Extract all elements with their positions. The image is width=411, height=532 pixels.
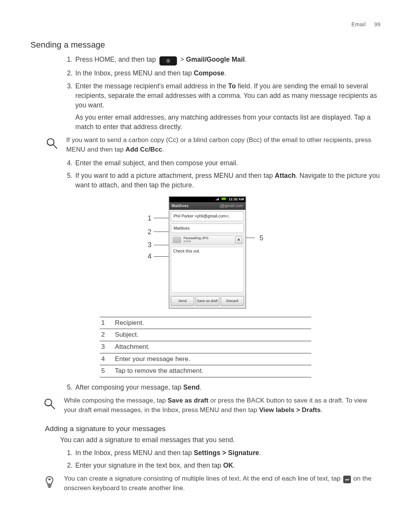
legend-num: 1 xyxy=(100,317,113,329)
step2-end: . xyxy=(225,69,226,77)
note-cc-text: If you want to send a carbon copy (Cc) o… xyxy=(66,136,381,154)
section-title: Sending a message xyxy=(30,39,381,51)
magnifier-icon xyxy=(42,396,57,415)
step3-to: To xyxy=(228,82,236,90)
tip-signature: You can create a signature consisting of… xyxy=(42,474,381,493)
compose-buttons: Send Save as draft Discard xyxy=(169,294,245,308)
save-draft-button[interactable]: Save as draft xyxy=(196,296,219,306)
step5b-pre: After composing your message, tap xyxy=(75,383,183,391)
sig1-end: . xyxy=(259,449,261,457)
subsection-signature-intro: You can add a signature to email message… xyxy=(60,435,381,445)
step2-bold: Compose xyxy=(194,69,224,77)
attachment-size: 81KB xyxy=(183,240,233,243)
callout-1: 1 xyxy=(148,213,151,223)
message-body-field[interactable]: Check this out. xyxy=(171,247,244,292)
step3-p1a: Enter the message recipient's email addr… xyxy=(75,82,228,90)
compose-title-bar: Maldives j@gmail.com xyxy=(169,202,245,210)
legend-text: Subject. xyxy=(113,329,311,341)
callout-3: 3 xyxy=(148,240,151,250)
title-right: j@gmail.com xyxy=(220,203,243,209)
callout-2: 2 xyxy=(148,227,151,237)
callout-4: 4 xyxy=(148,251,151,261)
attachment-thumb-icon xyxy=(173,237,181,243)
status-bar: 11:32 AM xyxy=(169,197,245,202)
sig2-pre: Enter your signature in the text box, an… xyxy=(75,462,223,469)
legend-num: 4 xyxy=(100,353,113,365)
nd-end: . xyxy=(321,406,323,414)
note-draft-text: While composing the message, tap Save as… xyxy=(64,396,381,415)
subject-field[interactable]: Maldives xyxy=(171,224,244,233)
legend-num: 5 xyxy=(100,365,113,377)
header-section: Email xyxy=(352,21,366,27)
legend-row: 2Subject. xyxy=(100,329,311,341)
legend-text: Tap to remove the attachment. xyxy=(113,365,311,377)
sig2-end: . xyxy=(233,462,235,469)
to-field[interactable]: Phil Parker <phil@gmail.com>, xyxy=(171,211,244,221)
lightbulb-icon xyxy=(42,474,57,493)
step1-app-label: Gmail/Google Mail xyxy=(186,56,245,63)
header-page-number: 99 xyxy=(374,21,381,27)
steps-list-2: Enter the email subject, and then compos… xyxy=(30,158,381,190)
compose-body: Phil Parker <phil@gmail.com>, Maldives P… xyxy=(169,210,245,294)
step-4: Enter the email subject, and then compos… xyxy=(75,158,381,168)
legend-num: 2 xyxy=(100,329,113,341)
svg-rect-4 xyxy=(226,198,226,199)
subsection-signature-title: Adding a signature to your messages xyxy=(45,423,381,434)
note-save-draft: While composing the message, tap Save as… xyxy=(42,396,381,415)
figure-compose-screenshot: 1 2 3 4 11:32 AM Maldives j@gmail.com xyxy=(30,197,381,308)
status-time: 11:32 AM xyxy=(229,197,244,202)
battery-icon xyxy=(221,197,227,202)
legend-row: 5Tap to remove the attachment. xyxy=(100,365,311,377)
callouts-right: 5 xyxy=(246,197,263,308)
title-left: Maldives xyxy=(172,203,189,209)
discard-button[interactable]: Discard xyxy=(221,296,244,306)
step-5a: If you want to add a picture attachment,… xyxy=(75,171,381,190)
step-5b: After composing your message, tap Send. xyxy=(75,383,381,392)
phone-mock: 11:32 AM Maldives j@gmail.com Phil Parke… xyxy=(169,197,246,308)
step1-pre: Press HOME, and then tap xyxy=(75,56,158,63)
note-cc-pre: If you want to send a carbon copy (Cc) o… xyxy=(66,136,371,153)
tip-pre: You can create a signature consisting of… xyxy=(64,475,342,482)
steps-list-3: After composing your message, tap Send. xyxy=(30,383,381,392)
legend-text: Enter your message here. xyxy=(113,353,311,365)
steps-list-1: Press HOME, and then tap > Gmail/Google … xyxy=(30,55,381,132)
legend-num: 3 xyxy=(100,341,113,353)
note-cc-bcc: If you want to send a carbon copy (Cc) o… xyxy=(44,136,381,154)
legend-text: Attachment. xyxy=(113,341,311,353)
sig1-pre: In the Inbox, press MENU and then tap xyxy=(75,449,194,457)
attachment-remove-button[interactable]: ✕ xyxy=(235,236,242,243)
callout-5: 5 xyxy=(260,233,263,243)
signature-steps: In the Inbox, press MENU and then tap Se… xyxy=(30,448,381,471)
send-button[interactable]: Send xyxy=(171,296,194,306)
enter-key-icon xyxy=(343,476,351,483)
svg-rect-3 xyxy=(221,198,226,200)
figure-legend: 1Recipient.2Subject.3Attachment.4Enter y… xyxy=(100,317,311,377)
nd-b2: View labels > Drafts xyxy=(259,406,321,414)
svg-point-1 xyxy=(167,61,168,61)
note-cc-bold: Add Cc/Bcc xyxy=(126,146,162,153)
sig-step-1: In the Inbox, press MENU and then tap Se… xyxy=(75,448,381,458)
attachment-meta: Parasailing.JPG 81KB xyxy=(183,236,233,243)
legend-row: 3Attachment. xyxy=(100,341,311,353)
app-launcher-icon xyxy=(159,56,177,66)
signal-icon xyxy=(216,197,220,202)
attachment-row: Parasailing.JPG 81KB ✕ xyxy=(171,235,244,244)
legend-row: 1Recipient. xyxy=(100,317,311,329)
legend-row: 4Enter your message here. xyxy=(100,353,311,365)
tip-sig-text: You can create a signature consisting of… xyxy=(64,474,381,493)
step5b-end: . xyxy=(200,383,202,391)
nd-a: While composing the message, tap xyxy=(64,397,168,404)
step5a-pre: If you want to add a picture attachment,… xyxy=(75,172,275,179)
step1-end: . xyxy=(245,56,247,63)
step2-pre: In the Inbox, press MENU and then tap xyxy=(75,69,194,77)
magnifier-icon xyxy=(44,136,59,154)
step5a-bold: Attach xyxy=(275,172,296,179)
legend-text: Recipient. xyxy=(113,317,311,329)
sig-step-2: Enter your signature in the text box, an… xyxy=(75,461,381,470)
step1-gt: > xyxy=(180,56,186,63)
step-2: In the Inbox, press MENU and then tap Co… xyxy=(75,69,381,78)
note-cc-end: . xyxy=(162,146,164,153)
step-3: Enter the message recipient's email addr… xyxy=(75,81,381,132)
step5b-bold: Send xyxy=(183,383,200,391)
step-1: Press HOME, and then tap > Gmail/Google … xyxy=(75,55,381,66)
